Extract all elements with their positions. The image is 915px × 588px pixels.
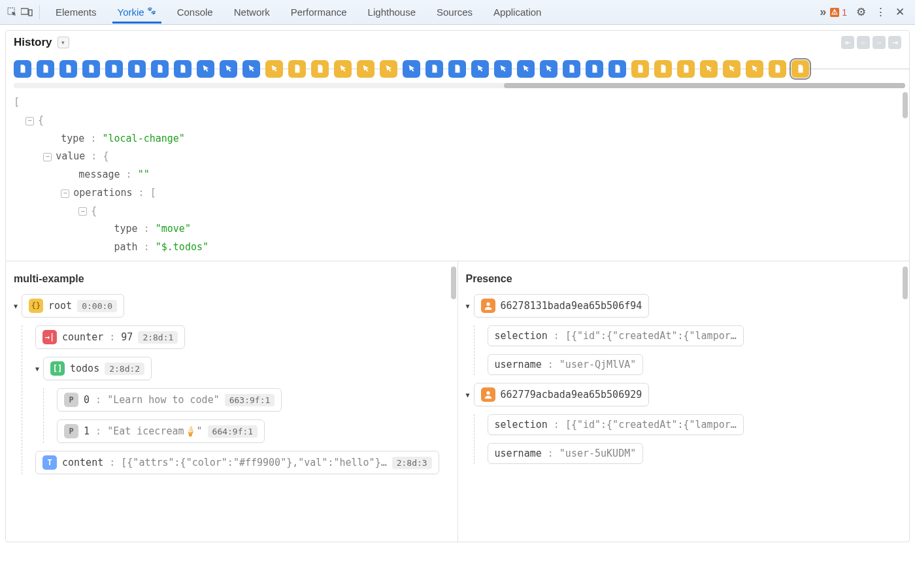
tab-yorkie[interactable]: Yorkie🐾 <box>116 1 158 23</box>
timeline-node[interactable] <box>197 60 214 78</box>
timeline-node[interactable] <box>220 60 237 78</box>
timeline-node[interactable] <box>494 60 512 78</box>
node-value: "user-QjMlVA" <box>559 359 636 370</box>
tree-node-todo-item[interactable]: P0 : "Learn how to code"663:9f:1 <box>57 388 282 412</box>
timeline-node[interactable] <box>82 60 100 78</box>
presence-selection[interactable]: selection : [{"id":{"createdAt":{"lampor… <box>488 325 744 346</box>
close-icon[interactable]: ✕ <box>895 5 905 19</box>
device-icon[interactable] <box>20 5 34 20</box>
document-panel: multi-example ▼ {} root 0:00:0 →| counte… <box>6 261 458 542</box>
node-label: root <box>48 300 72 312</box>
timeline-node[interactable] <box>334 60 352 78</box>
timeline-node[interactable] <box>311 60 329 78</box>
tree-node-todos[interactable]: [] todos 2:8d:2 <box>43 357 152 380</box>
error-badge[interactable]: ⚠ 1 <box>830 7 847 18</box>
settings-icon[interactable]: ⚙ <box>856 5 866 19</box>
timeline-node[interactable] <box>448 60 466 78</box>
tree-node-content[interactable]: T content : [{"attrs":{"color":"#ff9900"… <box>35 451 439 474</box>
timeline-node[interactable] <box>700 60 718 78</box>
timeline-node[interactable] <box>37 60 54 78</box>
timeline-node[interactable] <box>608 60 626 78</box>
tree-node-root[interactable]: {} root 0:00:0 <box>22 294 124 318</box>
tab-application[interactable]: Application <box>492 1 542 23</box>
timeline-node[interactable] <box>265 60 283 78</box>
presence-username[interactable]: username : "user-QjMlVA" <box>488 354 644 375</box>
json-key: value <box>56 150 85 162</box>
presence-username[interactable]: username : "user-5uKUDM" <box>488 443 644 464</box>
tab-performance[interactable]: Performance <box>290 1 348 23</box>
timeline-node[interactable] <box>128 60 146 78</box>
tab-network[interactable]: Network <box>233 1 271 23</box>
json-key: type <box>114 223 138 235</box>
timeline-node[interactable] <box>242 60 260 78</box>
timeline-node[interactable] <box>723 60 740 78</box>
timeline-node[interactable] <box>769 60 786 78</box>
kebab-icon[interactable]: ⋮ <box>875 5 886 19</box>
tree-node-todo-item[interactable]: P1 : "Eat icecream🍦"664:9f:1 <box>57 419 265 443</box>
timeline-scrollbar[interactable] <box>14 83 905 88</box>
more-tabs-icon[interactable]: » <box>816 5 830 20</box>
timeline-node[interactable] <box>586 60 603 78</box>
nav-first-icon[interactable]: ⇤ <box>841 36 854 49</box>
timeline-node[interactable] <box>403 60 420 78</box>
history-dropdown[interactable]: ▾ <box>58 37 69 48</box>
timeline-node[interactable] <box>631 60 649 78</box>
presence-selection[interactable]: selection : [{"id":{"createdAt":{"lampor… <box>488 414 744 435</box>
timeline-node[interactable] <box>563 60 580 78</box>
caret-icon[interactable]: ▼ <box>466 302 470 310</box>
timeline-node[interactable] <box>654 60 672 78</box>
timeline-node[interactable] <box>357 60 374 78</box>
node-badge: 2:8d:1 <box>138 331 178 344</box>
event-json-viewer: [ −{ type : "local-change" −value : { me… <box>6 91 909 261</box>
timeline-node[interactable] <box>380 60 397 78</box>
caret-icon[interactable]: ▼ <box>14 302 18 310</box>
array-type-icon: [] <box>50 361 65 376</box>
tab-sources[interactable]: Sources <box>435 1 474 23</box>
collapse-icon[interactable]: − <box>25 117 34 125</box>
timeline-node[interactable] <box>59 60 77 78</box>
timeline-node[interactable] <box>677 60 695 78</box>
collapse-icon[interactable]: − <box>43 153 52 161</box>
caret-icon[interactable]: ▼ <box>466 391 470 399</box>
node-key: username <box>495 359 542 370</box>
timeline-node[interactable] <box>288 60 306 78</box>
collapse-icon[interactable]: − <box>78 207 87 216</box>
client-id: 66278131bada9ea65b506f94 <box>501 300 642 312</box>
timeline-node[interactable] <box>151 60 169 78</box>
panel-scrollbar[interactable] <box>451 267 456 299</box>
inspect-icon[interactable] <box>5 5 20 20</box>
node-key: 1 <box>84 425 90 437</box>
timeline-node[interactable] <box>425 60 443 78</box>
nav-prev-icon[interactable]: ← <box>857 36 870 49</box>
tab-lighthouse[interactable]: Lighthouse <box>367 1 417 23</box>
timeline-scroll-thumb[interactable] <box>504 83 905 88</box>
tab-elements[interactable]: Elements <box>54 1 98 23</box>
primitive-type-icon: P <box>64 424 78 438</box>
tree-node-counter[interactable]: →| counter : 97 2:8d:1 <box>35 325 185 349</box>
timeline-node[interactable] <box>471 60 489 78</box>
timeline-node[interactable] <box>105 60 123 78</box>
primitive-type-icon: P <box>64 393 78 407</box>
presence-client[interactable]: 66278131bada9ea65b506f94 <box>474 294 650 318</box>
node-value: 97 <box>121 331 133 343</box>
nav-last-icon[interactable]: ⇥ <box>888 36 901 49</box>
timeline-node[interactable] <box>517 60 535 78</box>
collapse-icon[interactable]: − <box>61 189 69 198</box>
timeline-node[interactable] <box>791 60 809 78</box>
presence-client[interactable]: 662779acbada9ea65b506929 <box>474 383 650 406</box>
history-timeline[interactable] <box>14 58 909 79</box>
panel-scrollbar[interactable] <box>903 267 908 299</box>
json-key: path <box>114 241 138 253</box>
tab-console[interactable]: Console <box>176 1 214 23</box>
node-badge: 2:8d:2 <box>105 363 144 375</box>
node-key: todos <box>70 363 99 374</box>
timeline-node[interactable] <box>14 60 31 78</box>
timeline-node[interactable] <box>174 60 191 78</box>
node-value: "Learn how to code" <box>107 394 220 406</box>
timeline-node[interactable] <box>540 60 557 78</box>
caret-icon[interactable]: ▼ <box>35 365 39 372</box>
timeline-node[interactable] <box>746 60 763 78</box>
json-scrollbar[interactable] <box>903 92 908 118</box>
node-value: "user-5uKUDM" <box>559 448 636 459</box>
nav-next-icon[interactable]: → <box>873 36 886 49</box>
